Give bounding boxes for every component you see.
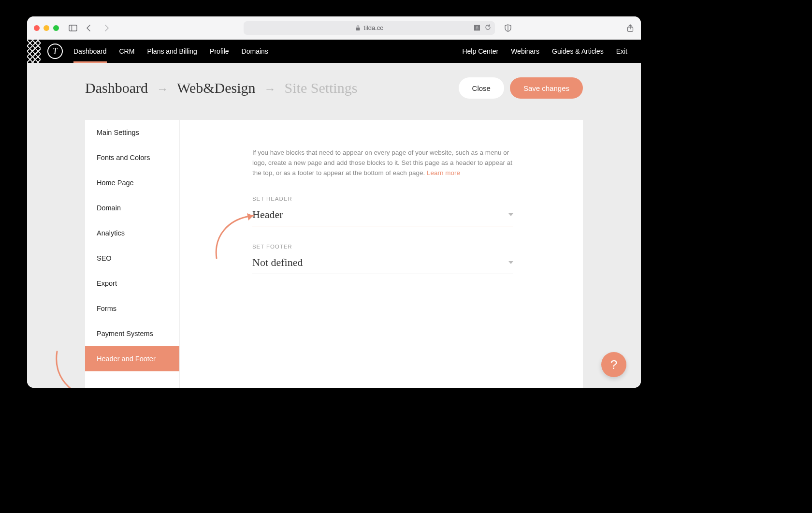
logo[interactable]: T [47,44,63,59]
nav-arrows [82,22,113,34]
header-select[interactable]: Header [252,208,513,226]
nav-dashboard[interactable]: Dashboard [73,40,107,62]
settings-sidebar: Main SettingsFonts and ColorsHome PageDo… [85,120,180,388]
nav-plans-and-billing[interactable]: Plans and Billing [147,40,197,62]
field-label: SET FOOTER [252,244,513,249]
help-text: If you have blocks that need to appear o… [252,148,523,178]
sidebar-item-export[interactable]: Export [85,271,179,296]
nav-exit[interactable]: Exit [616,47,627,55]
nav-guides-articles[interactable]: Guides & Articles [552,47,604,55]
lock-icon [355,25,361,31]
footer-select[interactable]: Not defined [252,256,513,274]
sidebar-item-domain[interactable]: Domain [85,195,179,220]
sidebar-item-forms[interactable]: Forms [85,296,179,321]
chevron-down-icon [508,213,513,216]
nav-crm[interactable]: CRM [119,40,135,62]
svg-rect-0 [69,25,77,31]
nav-domains[interactable]: Domains [242,40,268,62]
learn-more-link[interactable]: Learn more [427,169,460,176]
close-button[interactable]: Close [459,77,504,99]
footer-select-value: Not defined [252,256,303,269]
sidebar-item-home-page[interactable]: Home Page [85,170,179,195]
breadcrumb-project[interactable]: Web&Design [177,80,256,96]
sidebar-toggle-icon[interactable] [69,22,77,34]
url-host: tilda.cc [363,24,383,31]
save-changes-button[interactable]: Save changes [510,77,583,99]
breadcrumb-separator: → [157,83,168,96]
top-nav: T DashboardCRMPlans and BillingProfileDo… [27,40,641,63]
minimize-window-button[interactable] [44,25,49,31]
shield-icon[interactable] [505,22,511,34]
chevron-down-icon [508,261,513,264]
header-select-value: Header [252,208,283,221]
app-area: T DashboardCRMPlans and BillingProfileDo… [27,40,641,388]
share-icon[interactable] [624,22,637,34]
maximize-window-button[interactable] [53,25,59,31]
set-footer-field: SET FOOTER Not defined [252,244,513,274]
window-controls [34,25,59,31]
forward-button[interactable] [100,22,113,34]
close-window-button[interactable] [34,25,40,31]
nav-webinars[interactable]: Webinars [511,47,539,55]
sidebar-item-seo[interactable]: SEO [85,246,179,271]
help-fab[interactable]: ? [601,352,626,377]
translate-icon[interactable]: 🅰 [474,25,480,31]
sidebar-item-payment-systems[interactable]: Payment Systems [85,321,179,346]
breadcrumb-dashboard[interactable]: Dashboard [85,80,148,96]
back-button[interactable] [82,22,96,34]
content: Main SettingsFonts and ColorsHome PageDo… [85,120,583,388]
breadcrumb-row: Dashboard → Web&Design → Site Settings C… [85,77,583,99]
reload-icon[interactable] [485,24,491,32]
sidebar-item-analytics[interactable]: Analytics [85,220,179,246]
set-header-field: SET HEADER Header [252,196,513,226]
breadcrumb: Dashboard → Web&Design → Site Settings [85,80,357,96]
sidebar-item-header-and-footer[interactable]: Header and Footer [85,346,179,371]
browser-window: tilda.cc 🅰 [27,16,641,388]
browser-chrome: tilda.cc 🅰 [27,16,641,40]
sidebar-item-main-settings[interactable]: Main Settings [85,120,179,145]
url-bar[interactable]: tilda.cc 🅰 [244,21,495,35]
breadcrumb-current: Site Settings [285,80,358,96]
breadcrumb-separator: → [264,83,276,96]
svg-rect-2 [356,28,360,30]
decorative-pattern [27,40,41,63]
settings-panel: If you have blocks that need to appear o… [180,120,583,388]
sidebar-item-fonts-and-colors[interactable]: Fonts and Colors [85,145,179,170]
nav-profile[interactable]: Profile [210,40,229,62]
nav-help-center[interactable]: Help Center [462,47,498,55]
field-label: SET HEADER [252,196,513,202]
